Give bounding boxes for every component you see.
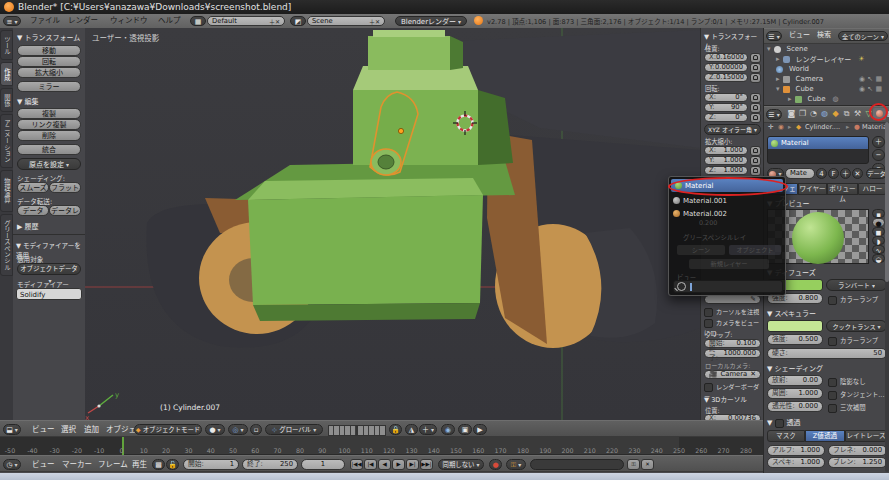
lock-icon[interactable] bbox=[750, 63, 761, 73]
rot-x-field[interactable]: X:0° bbox=[704, 93, 748, 102]
panel-history-title[interactable]: ▶ 履歴 bbox=[17, 221, 39, 231]
lock-to-scene-toggle[interactable]: 🔒 bbox=[389, 424, 402, 435]
set-origin-dropdown[interactable]: 原点を設定▾ bbox=[17, 158, 81, 170]
breadcrumb-material[interactable]: Materia bbox=[862, 123, 887, 131]
modifier-name-field[interactable]: Solidify bbox=[16, 288, 82, 300]
keying-set-field[interactable] bbox=[530, 459, 624, 470]
tank-hull-front[interactable] bbox=[248, 195, 483, 305]
menu-playback[interactable]: 再生 bbox=[126, 457, 153, 472]
emit-slider[interactable]: 放射:0.00 bbox=[767, 375, 823, 386]
titlebar[interactable]: Blender* [C:¥Users¥anazawa¥Downloads¥scr… bbox=[0, 0, 889, 14]
lock-cursor-checkbox[interactable]: カーソルを注視 bbox=[704, 307, 759, 317]
visibility-toggles[interactable]: ◉ ↖ ▦ bbox=[859, 74, 882, 84]
mode-dropdown[interactable]: ◆ オブジェクトモード▾ bbox=[134, 424, 202, 435]
outliner-row-camera[interactable]: ▸Camera bbox=[776, 74, 823, 84]
ambient-slider[interactable]: 周囲:1.000 bbox=[767, 388, 823, 399]
specular-color-swatch[interactable] bbox=[767, 320, 823, 332]
lock-icon[interactable] bbox=[750, 166, 761, 176]
scene-icon-button[interactable]: ◩ bbox=[290, 16, 306, 26]
data-pin-dropdown[interactable]: データ▾ bbox=[866, 168, 887, 179]
remove-slot-button[interactable]: − bbox=[872, 149, 885, 161]
new-material-button[interactable]: ＋ bbox=[840, 168, 851, 179]
lock-icon[interactable] bbox=[750, 73, 761, 83]
tab-create[interactable]: 作成 bbox=[0, 62, 13, 86]
outliner-row-cube[interactable]: ▾Cube bbox=[776, 84, 814, 94]
specular-panel-title[interactable]: ▼ スペキュラー bbox=[767, 308, 816, 318]
popup-search-bar[interactable] bbox=[673, 280, 783, 293]
blend-slider[interactable]: ブレン:1.250 bbox=[828, 457, 887, 468]
rotate-button[interactable]: 回転 bbox=[17, 56, 81, 67]
transp-raytrace-button[interactable]: レイトレース bbox=[845, 430, 887, 442]
tangent-checkbox[interactable]: タンジェント... bbox=[828, 390, 884, 400]
lock-icon[interactable] bbox=[750, 113, 761, 123]
tab-physics[interactable]: 物理演算 bbox=[0, 170, 13, 212]
lock-icon[interactable] bbox=[750, 156, 761, 166]
cubic-checkbox[interactable]: 三次補間 bbox=[828, 403, 866, 413]
diffuse-shader-dropdown[interactable]: ランバート▾ bbox=[826, 279, 887, 291]
join-button[interactable]: 統合 bbox=[17, 144, 81, 155]
visibility-toggles[interactable]: ◉ ↖ ▦ bbox=[859, 84, 882, 94]
shading-panel-title[interactable]: ▼ シェーディング bbox=[767, 363, 823, 373]
panel-edit-title[interactable]: ▼ 編集 bbox=[17, 96, 39, 106]
fake-user-button[interactable]: F bbox=[828, 168, 839, 179]
editor-type-button[interactable]: ☰▾ bbox=[766, 109, 782, 120]
jump-to-start-button[interactable]: |◀◀ bbox=[350, 459, 363, 470]
loc-z-field[interactable]: Z:0.15000 bbox=[704, 73, 748, 82]
tab-tools[interactable]: ツール bbox=[0, 30, 13, 60]
editor-type-button[interactable]: ☰▾ bbox=[766, 31, 782, 41]
editor-type-button[interactable]: ◷▾ bbox=[3, 459, 21, 470]
current-frame-field[interactable]: 1 bbox=[301, 459, 345, 470]
scene-selector[interactable]: Scene＋✕ bbox=[307, 16, 385, 26]
rot-z-field[interactable]: Z:0° bbox=[704, 113, 748, 122]
breadcrumb-object[interactable]: Cylinder.... bbox=[805, 123, 840, 131]
mirror-button[interactable]: ミラー bbox=[17, 81, 81, 92]
jump-to-end-button[interactable]: ▶▶| bbox=[420, 459, 433, 470]
frame-start-field[interactable]: 開始:1 bbox=[183, 459, 239, 470]
tank-cupola-front[interactable] bbox=[368, 36, 450, 70]
pivot-align-toggle[interactable]: ▫ bbox=[250, 424, 262, 435]
auto-keyframe-button[interactable]: ● bbox=[489, 459, 502, 470]
cursor3d-panel-title[interactable]: ▼ 3Dカーソル bbox=[704, 394, 747, 404]
menu-file[interactable]: ファイル bbox=[24, 13, 66, 28]
scale-x-field[interactable]: X:1.000 bbox=[704, 146, 748, 155]
lock-icon[interactable] bbox=[750, 93, 761, 103]
shadeless-checkbox[interactable]: 陰影なし bbox=[828, 377, 866, 387]
translucency-slider[interactable]: 透光性:0.000 bbox=[767, 401, 823, 412]
smooth-button[interactable]: スムーズ bbox=[17, 182, 49, 193]
render-opengl-anim-button[interactable]: ▶ bbox=[473, 424, 487, 435]
render-opengl-image-button[interactable]: ▣ bbox=[458, 424, 472, 435]
move-button[interactable]: 移動 bbox=[17, 45, 81, 56]
scale-y-field[interactable]: Y:1.000 bbox=[704, 156, 748, 165]
alpha-slider[interactable]: アルフ:1.000 bbox=[767, 445, 825, 456]
layout-selector[interactable]: Default＋✕ bbox=[207, 16, 285, 26]
data-button[interactable]: データ bbox=[17, 205, 49, 216]
preview-range-toggle[interactable]: ▩ bbox=[152, 459, 165, 470]
tab-grease-pencil[interactable]: グリースペンシル bbox=[0, 214, 13, 276]
tab-relations[interactable]: 関係 bbox=[0, 88, 13, 112]
lock-to-object-field[interactable]: ✎ bbox=[704, 295, 761, 304]
menu-window[interactable]: ウィンドウ bbox=[104, 13, 154, 28]
snap-toggle[interactable]: ◮ bbox=[405, 424, 418, 435]
preview-hair-button[interactable]: ∿ bbox=[872, 245, 885, 254]
outliner-filter-dropdown[interactable]: 全てのシーン▾ bbox=[838, 31, 888, 41]
transform-orientation-dropdown[interactable]: ⊹ グローバル▾ bbox=[265, 424, 323, 435]
type-halo-button[interactable]: ハロー bbox=[858, 183, 887, 195]
timeline-strip[interactable]: -50-40-30-20-100102030405060708090100110… bbox=[0, 437, 763, 455]
apply-target-dropdown[interactable]: オブジェクトデータ▾ bbox=[17, 263, 81, 275]
engine-selector[interactable]: Blenderレンダー▾ bbox=[395, 16, 467, 26]
viewport-3d[interactable]: y x bbox=[85, 28, 700, 420]
linked-duplicate-button[interactable]: リンク複製 bbox=[17, 119, 81, 130]
properties-scrollbar[interactable] bbox=[885, 122, 889, 472]
viewport-shading-dropdown[interactable]: ●▾ bbox=[205, 424, 225, 435]
tab-animation[interactable]: アニメーション bbox=[0, 114, 13, 168]
jump-prev-keyframe-button[interactable]: |◀ bbox=[364, 459, 377, 470]
users-count-button[interactable]: 4 bbox=[816, 168, 827, 179]
sync-mode-dropdown[interactable]: 同期しない▾ bbox=[438, 459, 484, 470]
layout-icon-button[interactable]: ▦ bbox=[190, 16, 206, 26]
layers-widget-left[interactable] bbox=[328, 425, 357, 436]
specular-shader-dropdown[interactable]: クックトランス▾ bbox=[826, 320, 887, 332]
preview-flat-button[interactable]: ▪ bbox=[872, 209, 885, 218]
delete-keyframe-button[interactable]: ✕ bbox=[641, 459, 654, 470]
keying-set-icon-button[interactable]: ⚿▾ bbox=[506, 459, 526, 470]
fresnel-slider[interactable]: フレネ:0.000 bbox=[828, 445, 887, 456]
